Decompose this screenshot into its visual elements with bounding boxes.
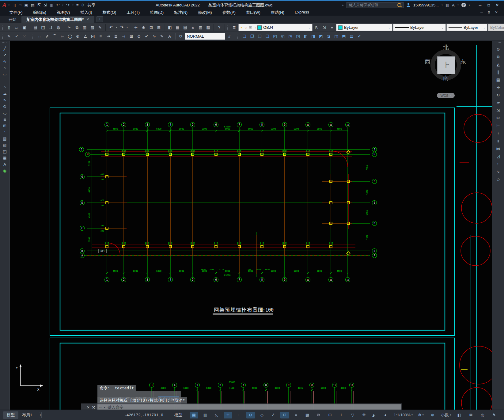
toolbar-grip[interactable] bbox=[237, 34, 239, 39]
point-tool-button[interactable]: ∴ bbox=[1, 129, 9, 135]
pan-button[interactable]: ✛ bbox=[132, 24, 139, 31]
dynamic-ucs-toggle[interactable]: ⊥ bbox=[337, 412, 346, 418]
close-button[interactable]: ✕ bbox=[493, 2, 502, 9]
viewcube-east-label[interactable]: 东 bbox=[460, 58, 466, 66]
dim-break-button[interactable]: ⊣ bbox=[120, 33, 127, 40]
plot-button[interactable]: ▥ bbox=[50, 3, 53, 7]
dim-style-manager-button[interactable]: # bbox=[226, 33, 233, 40]
menu-item-11[interactable]: 帮助(H) bbox=[266, 10, 290, 15]
quick-dimension-button[interactable]: ⋈ bbox=[89, 33, 97, 40]
publish-web-button[interactable]: ◍ bbox=[55, 24, 62, 31]
ortho-mode-toggle[interactable]: ∟ bbox=[235, 412, 244, 418]
model-tab[interactable]: 模型 bbox=[3, 411, 18, 419]
offset-button[interactable]: ∥ bbox=[495, 68, 502, 76]
new-tab-button[interactable]: + bbox=[97, 16, 103, 22]
search-expand-icon[interactable]: ▸ bbox=[343, 4, 344, 6]
layer-unlock-icon[interactable]: ∩ bbox=[253, 26, 256, 29]
move-button[interactable]: ✛ bbox=[495, 84, 502, 91]
annotation-scale-button[interactable]: 1:1/100%▾ bbox=[393, 412, 414, 418]
selection-filtering-toggle[interactable]: ▽ bbox=[348, 412, 357, 418]
autocad-logo-icon[interactable]: A bbox=[2, 2, 6, 8]
lineweight-combo[interactable]: ByLayer⌄ bbox=[446, 24, 487, 31]
wcs-menu-button[interactable]: WCS▾ bbox=[437, 93, 455, 98]
menu-item-0[interactable]: 文件(F) bbox=[4, 10, 28, 15]
layer-combo[interactable]: ●☼▣∩OBJ4⌄ bbox=[238, 24, 313, 31]
user-icon[interactable] bbox=[406, 3, 411, 7]
dim-baseline-button[interactable]: ≡ bbox=[97, 33, 104, 40]
menu-item-10[interactable]: 窗口(W) bbox=[241, 10, 266, 15]
view-cube[interactable]: 北 西 东 南 上 WCS▾ bbox=[426, 45, 469, 100]
sheet-set-manager-button[interactable]: ⧈ bbox=[189, 24, 196, 31]
zoom-previous-button[interactable]: ⊟ bbox=[155, 24, 162, 31]
circle-tool-button[interactable]: ○ bbox=[1, 84, 9, 90]
viewcube-south-label[interactable]: 南 bbox=[443, 74, 449, 82]
tab-start[interactable]: 开始 bbox=[4, 16, 21, 23]
redo-caret[interactable]: ▾ bbox=[126, 24, 128, 31]
design-center-button[interactable]: ▦ bbox=[174, 24, 181, 31]
new-file-button[interactable]: ▯ bbox=[13, 3, 16, 7]
command-bar-grip[interactable] bbox=[83, 405, 85, 410]
linetype-combo[interactable]: ByLayer⌄ bbox=[393, 24, 446, 31]
insert-block-button[interactable]: ⧈ bbox=[1, 116, 9, 123]
menu-item-1[interactable]: 编辑(E) bbox=[28, 10, 51, 15]
line-tool-button[interactable]: ╱ bbox=[1, 45, 9, 52]
plot-button[interactable]: ▤ bbox=[32, 24, 39, 31]
cart-icon[interactable]: ▥ bbox=[445, 3, 449, 7]
hatch-tool-button[interactable]: ▨ bbox=[1, 135, 9, 142]
help-button[interactable]: ? bbox=[216, 24, 223, 31]
solid-intersect-button[interactable]: ❑ bbox=[256, 33, 263, 40]
text-edit-button[interactable]: ✎ bbox=[6, 33, 13, 40]
share-button[interactable]: ✈ bbox=[81, 3, 85, 7]
new-file-button[interactable]: ▯ bbox=[6, 24, 13, 31]
menu-item-4[interactable]: 格式(O) bbox=[97, 10, 122, 15]
undo-button[interactable]: ↶ bbox=[108, 24, 115, 31]
batch-plot-button[interactable]: ⇉ bbox=[47, 24, 54, 31]
dim-radius-button[interactable]: ◯ bbox=[66, 33, 74, 40]
color-combo[interactable]: ByLayer⌄ bbox=[336, 24, 392, 31]
taper-faces-button[interactable]: ◧ bbox=[302, 33, 309, 40]
match-properties-button[interactable]: ✎ bbox=[97, 24, 104, 31]
minimize-button[interactable]: ─ bbox=[476, 2, 484, 9]
center-mark-button[interactable]: ⊙ bbox=[135, 33, 142, 40]
dynamic-input-toggle[interactable]: ✛ bbox=[224, 412, 232, 418]
rectangle-tool-button[interactable]: ▭ bbox=[1, 71, 9, 78]
blend-curves-button[interactable]: ∿ bbox=[495, 168, 502, 176]
copy-object-button[interactable]: ⧉ bbox=[495, 53, 502, 61]
undo-button[interactable]: ↶ bbox=[56, 3, 59, 7]
properties-button[interactable]: ◧ bbox=[166, 24, 173, 31]
layer-freeze-sun-icon[interactable]: ☼ bbox=[244, 26, 247, 29]
object-snap-toggle[interactable]: ⊡ bbox=[280, 412, 289, 418]
doc-restore-button[interactable]: ⧉ bbox=[486, 10, 492, 15]
stretch-button[interactable]: ⇲ bbox=[495, 107, 502, 114]
menu-item-3[interactable]: 插入(I) bbox=[75, 10, 97, 15]
gradient-tool-button[interactable]: ▧ bbox=[1, 142, 9, 148]
grid-display-toggle[interactable]: ▦ bbox=[190, 412, 198, 418]
help-search-input[interactable]: 键入关键字或短语 bbox=[347, 2, 404, 8]
join-button[interactable]: ⋈ bbox=[495, 145, 502, 153]
scale-button[interactable]: ▱ bbox=[495, 99, 502, 107]
spell-check-button[interactable]: ✓ bbox=[13, 33, 20, 40]
dim-arc-length-button[interactable]: ⌒ bbox=[51, 33, 58, 40]
ellipse-arc-tool-button[interactable]: ◡ bbox=[1, 110, 9, 116]
dim-linear-button[interactable]: ↔ bbox=[36, 33, 43, 40]
draw-toolbar-grip[interactable] bbox=[2, 42, 7, 44]
recent-commands-caret-icon[interactable]: ▾ bbox=[104, 406, 105, 409]
toolbar-grip[interactable] bbox=[2, 25, 4, 30]
dim-style-combo[interactable]: NORMAL⌄ bbox=[185, 33, 225, 40]
erase-button[interactable]: ⊘ bbox=[495, 45, 502, 53]
solid-subtract-button[interactable]: ❐ bbox=[248, 33, 256, 40]
menu-item-5[interactable]: 工具(T) bbox=[121, 10, 145, 15]
quick-properties-button[interactable]: ◧ bbox=[455, 412, 464, 418]
layer-combo-chevron-icon[interactable]: ⌄ bbox=[308, 26, 310, 29]
layout1-tab[interactable]: 布局1 bbox=[18, 411, 36, 419]
polar-tracking-toggle[interactable]: ⊙ bbox=[246, 412, 255, 418]
save-to-mobile-button[interactable]: ⇲ bbox=[44, 3, 47, 7]
menu-item-6[interactable]: 绘图(D) bbox=[145, 10, 169, 15]
rotate-button[interactable]: ↻ bbox=[495, 91, 502, 99]
explode-button[interactable]: ◇ bbox=[495, 176, 502, 183]
qat-customize-button[interactable]: ≡ bbox=[76, 3, 79, 7]
redo-button[interactable]: ↷ bbox=[66, 3, 70, 7]
doc-close-button[interactable]: ✕ bbox=[493, 10, 500, 15]
redo-caret[interactable]: ▾ bbox=[72, 4, 74, 6]
trim-button[interactable]: ✂ bbox=[495, 114, 502, 122]
